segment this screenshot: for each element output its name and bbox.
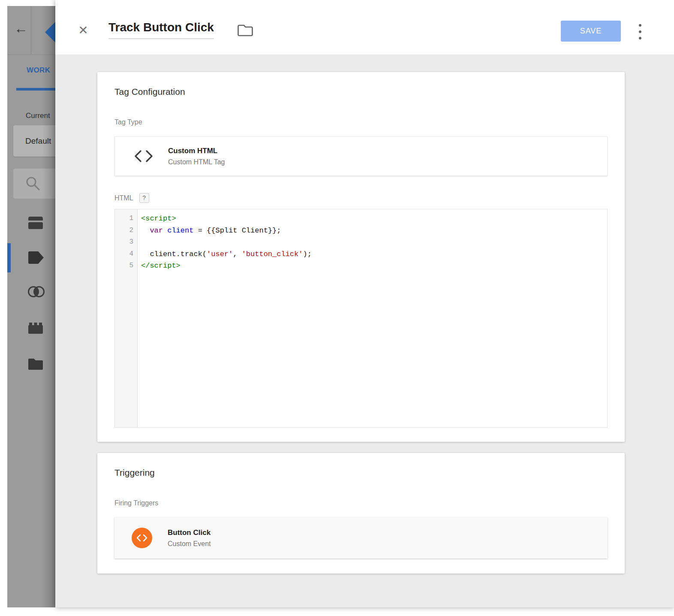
trigger-name: Button Click [168,528,211,537]
tag-configuration-heading: Tag Configuration [114,87,608,97]
triggering-card: Triggering Firing Triggers Button Click … [97,453,625,574]
trigger-item[interactable]: Button Click Custom Event [114,517,608,559]
code-line: <script> [141,213,607,225]
line-number: 1 [115,213,137,225]
firing-triggers-label: Firing Triggers [114,499,608,507]
tag-configuration-card: Tag Configuration Tag Type Custom HTML C… [97,72,625,442]
html-code-editor[interactable]: 12345 <script> var client = {{Split Clie… [114,209,608,428]
sidebar-item-overview[interactable] [28,217,43,229]
tag-type-selector[interactable]: Custom HTML Custom HTML Tag [114,136,608,176]
code-line: client.track('user', 'button_click'); [141,248,607,260]
sidebar-item-folders[interactable] [28,358,43,370]
save-button[interactable]: SAVE [561,21,621,42]
sidebar-item-triggers[interactable] [27,284,45,299]
search-input[interactable] [13,169,55,199]
tag-editor-modal: ✕ Track Button Click SAVE Tag Configurat… [55,0,674,607]
code-line: </script> [141,260,607,272]
custom-event-icon [132,528,152,548]
html-field-label: HTML [114,194,133,202]
close-icon[interactable]: ✕ [75,23,91,38]
more-options-icon[interactable] [638,24,643,39]
current-workspace-label: Current [26,112,50,120]
line-number: 5 [115,260,137,272]
trigger-description: Custom Event [168,540,211,548]
help-icon[interactable]: ? [139,193,149,203]
line-number: 4 [115,248,137,260]
code-brackets-icon [134,149,153,163]
tab-active-underline [16,88,55,91]
code-lines: <script> var client = {{Split Client}}; … [138,209,607,427]
tag-type-name: Custom HTML [168,147,225,155]
active-nav-indicator [7,243,11,272]
workspace-selector[interactable]: Default [13,125,55,157]
gtm-logo-icon [40,16,55,47]
header-divider [7,54,55,55]
modal-header: ✕ Track Button Click SAVE [55,0,674,54]
sidebar-item-variables[interactable] [28,322,43,334]
tag-type-label: Tag Type [114,118,608,126]
header-divider [31,6,31,54]
back-arrow-icon[interactable]: ← [12,21,30,36]
search-icon [25,175,41,192]
tag-type-description: Custom HTML Tag [168,158,225,166]
modal-body: Tag Configuration Tag Type Custom HTML C… [55,54,674,607]
sidebar-item-tags[interactable] [28,251,44,264]
code-line: var client = {{Split Client}}; [141,225,607,237]
code-line [141,236,607,248]
line-number: 3 [115,236,137,248]
tag-name-field[interactable]: Track Button Click [108,21,214,39]
line-number: 2 [115,225,137,237]
triggering-heading: Triggering [114,468,608,478]
tab-workspace[interactable]: WORK [27,66,50,75]
dimmed-background-app: ← WORK Current Default [7,6,55,607]
move-to-folder-icon[interactable] [237,24,253,37]
code-gutter: 12345 [115,209,138,427]
